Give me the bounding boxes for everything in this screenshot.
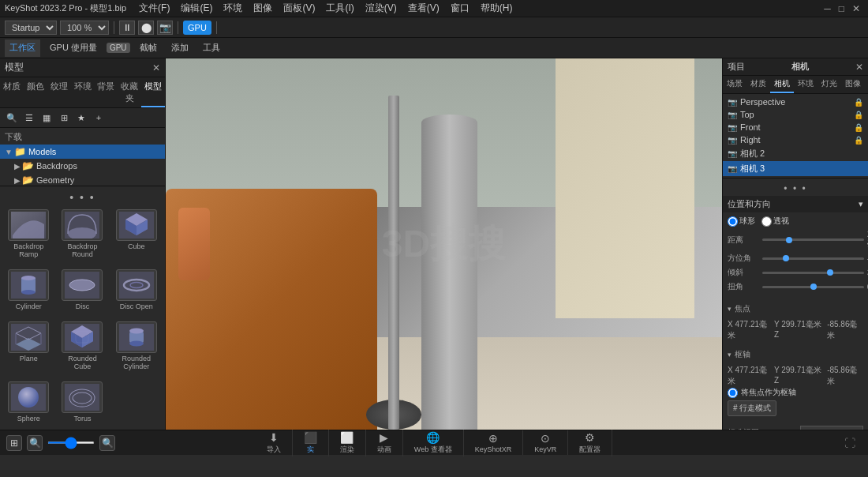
geo-thumb-rounded-cube <box>62 321 103 353</box>
stb-add[interactable]: 添加 <box>166 39 193 57</box>
use-focal-as-pivot-label: 将焦点作为枢轴 <box>741 387 796 398</box>
tab-texture[interactable]: 纹理 <box>47 77 71 107</box>
cs-azimuth-slider[interactable] <box>762 257 864 260</box>
geo-item-cylinder[interactable]: Cylinder <box>3 265 54 314</box>
geo-item-disc-open[interactable]: Disc Open <box>111 265 162 314</box>
viewport[interactable]: 3D搜搜 <box>166 58 722 430</box>
zoom-slider[interactable] <box>47 441 95 444</box>
geo-item-plane[interactable]: Plane <box>3 317 54 374</box>
bt-configurator[interactable]: ⚙ 配置器 <box>568 430 612 456</box>
cs-position-header[interactable]: 位置和方向 ▾ <box>723 196 868 212</box>
scene-sofa <box>166 189 377 430</box>
camera-perspective[interactable]: 📷 Perspective 🔒 <box>723 96 868 108</box>
geo-item-rounded-cube[interactable]: Rounded Cube <box>57 317 107 374</box>
cam-icon-front: 📷 <box>728 123 737 132</box>
cs-radio-sphere[interactable]: 球形 <box>728 216 755 227</box>
stb-snapshot[interactable]: 截帧 <box>135 39 162 57</box>
cs-radio-perspective[interactable]: 透视 <box>761 216 789 227</box>
right-tab-material[interactable]: 材质 <box>746 76 770 93</box>
pause-button[interactable]: ⏸ <box>119 21 135 35</box>
zoom-select[interactable]: 100 % <box>60 21 109 35</box>
add-geo-button[interactable]: + <box>92 111 106 125</box>
bt-animate[interactable]: ▶ 动画 <box>366 430 403 456</box>
camera-top[interactable]: 📷 Top 🔒 <box>723 108 868 121</box>
geo-item-disc[interactable]: Disc <box>57 265 107 314</box>
geo-item-backdrop-round[interactable]: Backdrop Round <box>57 205 107 262</box>
right-tab-scene[interactable]: 场景 <box>723 76 746 93</box>
tab-bg[interactable]: 背景 <box>94 77 118 107</box>
bottom-status: ⛶ <box>844 437 862 449</box>
geo-item-sphere[interactable]: Sphere <box>3 377 54 426</box>
stb-workspace[interactable]: 工作区 <box>5 39 40 57</box>
cs-focal-content: X 477.21毫米 Y 299.71毫米 Z -85.86毫米 <box>723 316 868 344</box>
startup-select[interactable]: Startup <box>5 21 57 35</box>
tree-item-geometry[interactable]: ▶ 📂 Geometry <box>0 173 165 186</box>
stb-gpu[interactable]: GPU 使用量 <box>45 39 102 57</box>
camera-right[interactable]: 📷 Right 🔒 <box>723 133 868 146</box>
filter-button[interactable]: ☰ <box>22 111 36 125</box>
bt-keyvr[interactable]: ⊙ KeyVR <box>523 430 568 455</box>
menu-tools[interactable]: 工具(I) <box>321 2 358 15</box>
camera-front[interactable]: 📷 Front 🔒 <box>723 121 868 133</box>
screenshot-button[interactable]: 📷 <box>157 21 173 35</box>
tab-env[interactable]: 环境 <box>71 77 95 107</box>
menu-window[interactable]: 窗口 <box>446 2 474 15</box>
menu-file[interactable]: 文件(F) <box>134 2 174 15</box>
grid-view-button[interactable]: ⊞ <box>57 111 71 125</box>
geo-item-cube[interactable]: Cube <box>111 205 162 262</box>
cs-roll-slider[interactable] <box>762 286 864 288</box>
bt-view[interactable]: ⬛ 实 <box>293 430 329 456</box>
geo-item-backdrop-ramp[interactable]: Backdrop Ramp <box>3 205 54 262</box>
cs-pivot-header[interactable]: ▾ 枢轴 <box>723 347 868 362</box>
tree-view-button[interactable]: ▦ <box>39 111 54 125</box>
fullscreen-btn[interactable]: ⛶ <box>844 437 855 449</box>
right-tab-image[interactable]: 图像 <box>841 76 865 93</box>
menu-render[interactable]: 渲染(V) <box>361 2 402 15</box>
cs-position-content: 球形 透视 距离 252.556毫米 <box>723 212 868 299</box>
cs-roll-label: 扭角 <box>728 281 759 292</box>
geo-item-rounded-cylinder[interactable]: Rounded Cylinder <box>111 317 162 374</box>
right-panel-close[interactable]: ✕ <box>855 62 863 73</box>
search-icon-btn[interactable]: 🔍 <box>27 435 43 451</box>
render-dot-button[interactable]: ⬤ <box>138 21 154 35</box>
window-close[interactable]: ✕ <box>849 3 863 14</box>
radio-perspective-input[interactable] <box>761 216 772 227</box>
right-tab-env[interactable]: 环境 <box>794 76 817 93</box>
menu-panel[interactable]: 面板(V) <box>279 2 320 15</box>
tab-model[interactable]: 模型 <box>141 77 165 107</box>
tree-item-models[interactable]: ▼ 📁 Models <box>0 145 165 159</box>
tree-item-backdrops[interactable]: ▶ 📂 Backdrops <box>0 159 165 173</box>
menu-env[interactable]: 环境 <box>219 2 247 15</box>
left-panel-close[interactable]: ✕ <box>152 62 160 73</box>
right-tab-light[interactable]: 灯光 <box>817 76 841 93</box>
menu-view[interactable]: 查看(V) <box>403 2 444 15</box>
tab-favorites[interactable]: 收藏夹 <box>118 77 141 107</box>
main-toolbar: Startup 100 % ⏸ ⬤ 📷 GPU <box>0 17 868 38</box>
window-minimize[interactable]: ─ <box>821 3 834 14</box>
radio-sphere-input[interactable] <box>728 216 738 227</box>
cs-focal-header[interactable]: ▾ 焦点 <box>723 302 868 316</box>
grid-icon-btn[interactable]: ⊞ <box>6 435 22 451</box>
camera-2[interactable]: 📷 相机 2 <box>723 146 868 161</box>
window-maximize[interactable]: □ <box>836 3 847 14</box>
menu-edit[interactable]: 编辑(E) <box>176 2 217 15</box>
tab-material[interactable]: 材质 <box>0 77 24 107</box>
menu-image[interactable]: 图像 <box>249 2 277 15</box>
tab-color[interactable]: 颜色 <box>24 77 47 107</box>
menu-help[interactable]: 帮助(H) <box>476 2 518 15</box>
star-button[interactable]: ★ <box>74 111 88 125</box>
zoom-icon-btn[interactable]: 🔍 <box>99 435 115 451</box>
walk-mode-button[interactable]: # 行走模式 <box>728 400 776 416</box>
use-focal-as-pivot-radio[interactable] <box>728 388 738 398</box>
camera-3[interactable]: 📷 相机 3 <box>723 161 868 176</box>
cs-distance-slider[interactable] <box>762 238 864 241</box>
search-button[interactable]: 🔍 <box>5 111 19 125</box>
bt-import[interactable]: ⬇ 导入 <box>256 430 293 456</box>
bt-keyshot-xr[interactable]: ⊕ KeyShotXR <box>464 430 524 455</box>
stb-tools[interactable]: 工具 <box>198 39 225 57</box>
geo-item-torus[interactable]: Torus <box>57 377 107 426</box>
bt-render[interactable]: ⬜ 渲染 <box>329 430 366 456</box>
bt-web[interactable]: 🌐 Web 查看器 <box>403 430 464 456</box>
right-tab-camera[interactable]: 相机 <box>770 76 794 93</box>
cs-inclination-slider[interactable] <box>762 272 864 274</box>
